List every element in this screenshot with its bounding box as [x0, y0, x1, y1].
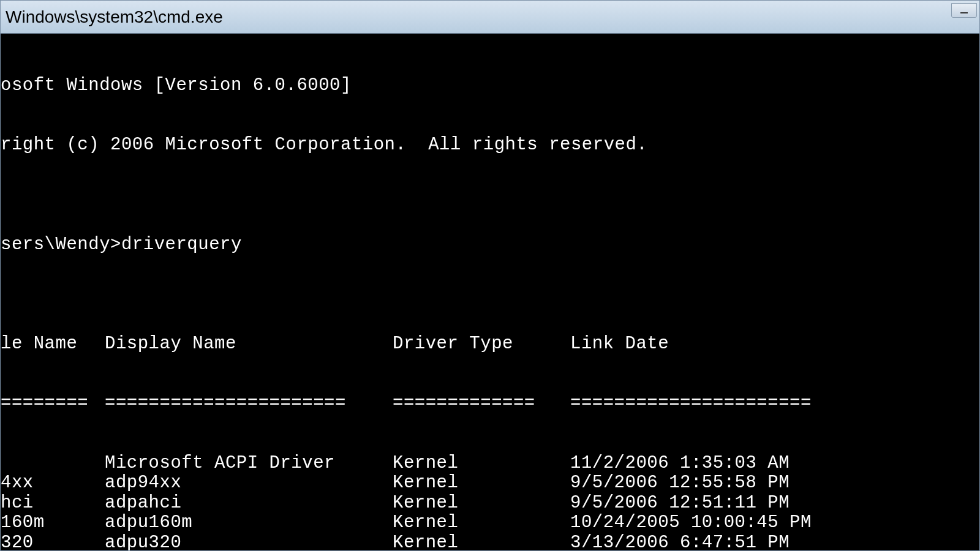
cell-module — [1, 454, 105, 473]
cell-date: 10/24/2005 10:00:45 PM — [570, 513, 979, 533]
cell-display: Microsoft ACPI Driver — [105, 454, 393, 473]
table-row: 160madpu160mKernel10/24/2005 10:00:45 PM — [1, 513, 979, 533]
sep-display: ====================== — [105, 394, 393, 413]
minimize-icon — [960, 12, 968, 13]
header-module: le Name — [1, 334, 105, 354]
cell-module: 4xx — [1, 473, 105, 493]
cell-module: 160m — [1, 513, 105, 533]
prompt-line: sers\Wendy>driverquery — [1, 235, 979, 255]
titlebar[interactable]: Windows\system32\cmd.exe — [1, 1, 979, 34]
cell-type: Kernel — [393, 513, 570, 533]
cell-type: Kernel — [393, 473, 570, 493]
table-row: 4xxadp94xxKernel9/5/2006 12:55:58 PM — [1, 473, 979, 493]
cell-display: adpahci — [105, 493, 393, 513]
cell-module: 320 — [1, 533, 105, 550]
cell-module: hci — [1, 493, 105, 513]
table-rows: Microsoft ACPI DriverKernel11/2/2006 1:3… — [1, 454, 979, 550]
header-type: Driver Type — [393, 334, 570, 354]
header-display: Display Name — [105, 334, 393, 354]
header-date: Link Date — [570, 334, 979, 354]
table-separator-row: ======== ====================== ========… — [1, 394, 979, 413]
cell-date: 9/5/2006 12:51:11 PM — [570, 493, 979, 513]
sep-date: ====================== — [570, 394, 979, 413]
table-row: hciadpahciKernel9/5/2006 12:51:11 PM — [1, 493, 979, 513]
banner-line-1: osoft Windows [Version 6.0.6000] — [1, 76, 979, 96]
window-title: Windows\system32\cmd.exe — [6, 7, 974, 27]
cmd-window: Windows\system32\cmd.exe osoft Windows [… — [0, 0, 980, 551]
table-row: 320adpu320Kernel3/13/2006 6:47:51 PM — [1, 533, 979, 550]
window-controls — [951, 3, 977, 18]
sep-type: ============= — [393, 394, 570, 413]
cell-display: adpu160m — [105, 513, 393, 533]
cell-date: 9/5/2006 12:55:58 PM — [570, 473, 979, 493]
table-header-row: le Name Display Name Driver Type Link Da… — [1, 334, 979, 354]
banner-line-2: right (c) 2006 Microsoft Corporation. Al… — [1, 135, 979, 155]
cell-date: 11/2/2006 1:35:03 AM — [570, 454, 979, 473]
cell-display: adpu320 — [105, 533, 393, 550]
cell-date: 3/13/2006 6:47:51 PM — [570, 533, 979, 550]
cell-type: Kernel — [393, 454, 570, 473]
cell-display: adp94xx — [105, 473, 393, 493]
sep-module: ======== — [1, 394, 105, 413]
table-row: Microsoft ACPI DriverKernel11/2/2006 1:3… — [1, 454, 979, 473]
minimize-button[interactable] — [951, 3, 977, 18]
cell-type: Kernel — [393, 533, 570, 550]
cell-type: Kernel — [393, 493, 570, 513]
console-area[interactable]: osoft Windows [Version 6.0.6000] right (… — [1, 34, 979, 550]
